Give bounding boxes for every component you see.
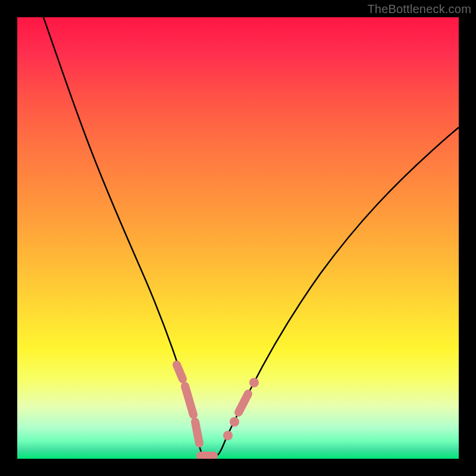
highlight-left-descent-2: [185, 386, 193, 415]
highlight-right-bead-1: [223, 431, 233, 440]
highlight-right-bead-2: [230, 417, 239, 427]
chart-svg: [17, 17, 459, 459]
chart-plot-area: [17, 17, 459, 459]
watermark: TheBottleneck.com: [367, 2, 471, 16]
highlight-left-descent-3: [195, 422, 199, 443]
highlight-right-bead-3: [249, 378, 259, 387]
highlight-right-ascent: [239, 394, 248, 412]
highlight-left-descent: [177, 365, 183, 379]
